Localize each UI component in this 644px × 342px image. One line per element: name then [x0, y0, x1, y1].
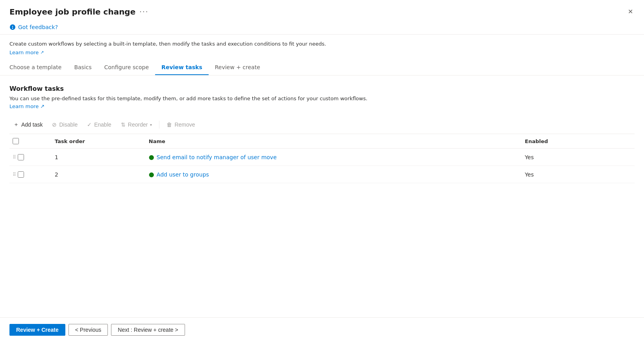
row2-status-icon: ●: [149, 171, 154, 178]
more-options-icon[interactable]: ···: [139, 7, 148, 16]
disable-button[interactable]: ⊘ Disable: [48, 119, 81, 130]
column-name: Name: [146, 134, 522, 149]
row2-order: 2: [52, 166, 146, 183]
row1-enabled: Yes: [522, 149, 635, 166]
feedback-link[interactable]: Got feedback?: [9, 24, 58, 30]
task-toolbar: ＋ Add task ⊘ Disable ✓ Enable ⇅ Reorder …: [9, 116, 635, 134]
workflow-tasks-title: Workflow tasks: [9, 85, 635, 92]
description-area: Create custom workflows by selecting a b…: [0, 35, 644, 60]
reorder-chevron-icon: ▾: [150, 123, 152, 127]
remove-icon: 🗑: [167, 121, 172, 128]
reorder-icon: ⇅: [121, 121, 126, 128]
footer: Review + Create < Previous Next : Review…: [0, 317, 644, 342]
row1-drag-handle[interactable]: ⠿: [13, 154, 16, 160]
table-row: ⠿ 2 ● Add user to groups Yes: [9, 166, 635, 183]
row2-drag-checkbox-cell: ⠿: [9, 166, 52, 183]
tab-configure-scope[interactable]: Configure scope: [98, 60, 155, 75]
tab-review-tasks[interactable]: Review tasks: [155, 60, 209, 75]
disable-icon: ⊘: [52, 121, 57, 128]
feedback-bar: Got feedback?: [0, 22, 644, 34]
close-button[interactable]: ✕: [626, 6, 635, 17]
tabs-bar: Choose a template Basics Configure scope…: [0, 60, 644, 75]
row1-order: 1: [52, 149, 146, 166]
table-row: ⠿ 1 ● Send email to notify manager of us…: [9, 149, 635, 166]
workflow-tasks-learn-more-link[interactable]: Learn more ↗: [9, 103, 44, 109]
table-header-row: Task order Name Enabled: [9, 134, 635, 149]
row1-task-link[interactable]: ● Send email to notify manager of user m…: [149, 153, 277, 161]
tab-choose-template[interactable]: Choose a template: [9, 60, 68, 75]
row2-drag-handle[interactable]: ⠿: [13, 172, 16, 177]
enable-icon: ✓: [87, 121, 92, 128]
feedback-icon: [9, 24, 16, 30]
row1-name-cell: ● Send email to notify manager of user m…: [146, 149, 522, 166]
header-left: Employee job profile change ···: [9, 7, 148, 17]
next-button[interactable]: Next : Review + create >: [111, 324, 185, 336]
row2-task-link[interactable]: ● Add user to groups: [149, 171, 209, 178]
description-learn-more-link[interactable]: Learn more ↗: [9, 50, 44, 55]
row2-checkbox[interactable]: [18, 171, 24, 178]
add-task-button[interactable]: ＋ Add task: [9, 119, 46, 131]
tab-basics[interactable]: Basics: [68, 60, 98, 75]
reorder-button[interactable]: ⇅ Reorder ▾: [117, 119, 156, 130]
remove-button[interactable]: 🗑 Remove: [163, 119, 199, 130]
row2-name-cell: ● Add user to groups: [146, 166, 522, 183]
page-title: Employee job profile change: [9, 7, 135, 17]
external-link-icon: ↗: [40, 50, 44, 55]
description-text: Create custom workflows by selecting a b…: [9, 41, 635, 47]
column-task-order: Task order: [52, 134, 146, 149]
tab-review-create[interactable]: Review + create: [209, 60, 266, 75]
enable-button[interactable]: ✓ Enable: [83, 119, 115, 130]
header-checkbox-cell: [9, 134, 52, 149]
add-icon: ＋: [13, 121, 19, 128]
row1-status-icon: ●: [149, 153, 154, 161]
row1-checkbox[interactable]: [18, 154, 24, 160]
column-enabled: Enabled: [522, 134, 635, 149]
previous-button[interactable]: < Previous: [68, 324, 108, 336]
workflow-tasks-desc: You can use the pre-defined tasks for th…: [9, 96, 635, 101]
review-create-button[interactable]: Review + Create: [9, 324, 65, 336]
select-all-checkbox[interactable]: [13, 138, 19, 144]
tasks-table: Task order Name Enabled ⠿ 1: [9, 134, 635, 183]
main-content: Workflow tasks You can use the pre-defin…: [0, 75, 644, 317]
toolbar-separator: [159, 121, 159, 129]
row1-drag-checkbox-cell: ⠿: [9, 149, 52, 166]
workflow-tasks-external-icon: ↗: [40, 103, 44, 109]
row2-enabled: Yes: [522, 166, 635, 183]
header: Employee job profile change ··· ✕: [0, 0, 644, 22]
